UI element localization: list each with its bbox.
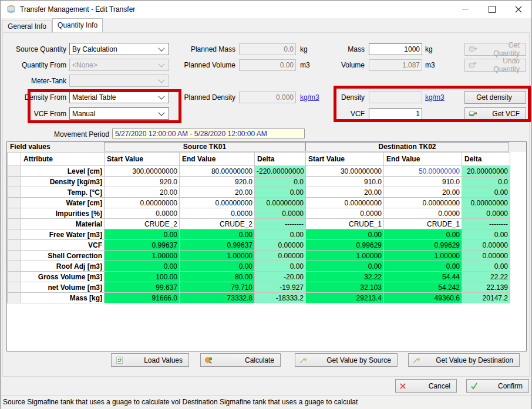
quantity-from-select[interactable]: <None> bbox=[69, 59, 169, 71]
column-header-source-start[interactable]: Start Value bbox=[105, 153, 180, 166]
value-cell[interactable]: 49360.6 bbox=[384, 293, 462, 303]
value-cell[interactable]: 0.00 bbox=[306, 261, 384, 272]
row-header[interactable] bbox=[8, 293, 21, 303]
value-cell[interactable]: 73332.8 bbox=[180, 293, 255, 303]
row-header[interactable] bbox=[8, 219, 21, 229]
value-cell[interactable]: 20.00 bbox=[180, 187, 255, 198]
value-cell[interactable]: 0.00000 bbox=[255, 251, 306, 261]
row-header[interactable] bbox=[8, 282, 21, 293]
value-cell[interactable]: 0.00 bbox=[462, 187, 510, 198]
value-cell[interactable]: 30.00000000 bbox=[306, 166, 384, 177]
maximize-button[interactable] bbox=[479, 1, 505, 18]
vcf-input[interactable] bbox=[369, 108, 422, 120]
value-cell[interactable]: 0.0000 bbox=[462, 208, 510, 219]
value-cell[interactable]: 0.00000000 bbox=[105, 198, 180, 208]
value-cell[interactable]: 0.00 bbox=[255, 229, 306, 240]
row-header[interactable] bbox=[8, 261, 21, 272]
value-cell[interactable]: 0.00000 bbox=[255, 240, 306, 251]
value-cell[interactable]: 0.99629 bbox=[306, 240, 384, 251]
column-header-dest-start[interactable]: Start Value bbox=[306, 153, 384, 166]
value-cell[interactable]: 0.0000 bbox=[255, 208, 306, 219]
value-cell[interactable]: 1.00000 bbox=[180, 251, 255, 261]
row-header[interactable] bbox=[8, 240, 21, 251]
value-cell[interactable]: 22.139 bbox=[462, 282, 510, 293]
column-header-source-end[interactable]: End Value bbox=[180, 153, 255, 166]
value-cell[interactable]: CRUDE_1 bbox=[384, 219, 462, 229]
tab-general-info[interactable]: General Info bbox=[2, 20, 52, 32]
value-cell[interactable]: 0.00 bbox=[180, 261, 255, 272]
get-vcf-button[interactable]: Get VCF bbox=[464, 107, 526, 120]
value-cell[interactable]: 0.00 bbox=[255, 187, 306, 198]
value-cell[interactable]: 0.00 bbox=[384, 229, 462, 240]
density-input[interactable] bbox=[369, 92, 422, 103]
row-header[interactable] bbox=[8, 272, 21, 282]
get-value-by-destination-button[interactable]: Get Value by Destination bbox=[408, 353, 520, 367]
column-header-source-delta[interactable]: Delta bbox=[255, 153, 306, 166]
value-cell[interactable]: 0.00000000 bbox=[306, 198, 384, 208]
value-cell[interactable]: 920.0 bbox=[180, 177, 255, 187]
value-cell[interactable]: -------- bbox=[255, 219, 306, 229]
row-header[interactable] bbox=[8, 198, 21, 208]
meter-tank-select[interactable] bbox=[69, 75, 169, 87]
row-header[interactable] bbox=[8, 229, 21, 240]
mass-input[interactable] bbox=[369, 43, 422, 55]
density-from-select[interactable]: Material Table bbox=[69, 91, 169, 103]
value-cell[interactable]: 80.00000000 bbox=[180, 166, 255, 177]
value-cell[interactable]: 0.0 bbox=[255, 177, 306, 187]
planned-volume-input[interactable] bbox=[239, 59, 296, 71]
vcf-from-select[interactable]: Manual bbox=[69, 107, 169, 120]
value-cell[interactable]: 0.00 bbox=[384, 261, 462, 272]
row-header[interactable] bbox=[8, 251, 21, 261]
source-quantity-select[interactable]: By Calculation bbox=[69, 43, 169, 55]
value-cell[interactable]: -18333.2 bbox=[255, 293, 306, 303]
column-header-attribute[interactable]: Attribute bbox=[21, 153, 105, 166]
row-header[interactable] bbox=[8, 187, 21, 198]
value-cell[interactable]: CRUDE_2 bbox=[180, 219, 255, 229]
value-cell[interactable]: 910.0 bbox=[306, 177, 384, 187]
confirm-button[interactable]: Confirm bbox=[466, 379, 529, 393]
value-cell[interactable]: 0.00 bbox=[105, 261, 180, 272]
value-cell[interactable]: 0.00000000 bbox=[462, 198, 510, 208]
value-cell[interactable]: 20.00 bbox=[306, 187, 384, 198]
column-header-dest-delta[interactable]: Delta bbox=[462, 153, 510, 166]
get-density-button[interactable]: Get density bbox=[464, 91, 526, 104]
value-cell[interactable]: -20.00 bbox=[255, 272, 306, 282]
row-header[interactable] bbox=[8, 166, 21, 177]
get-value-by-source-button[interactable]: Get Value by Source bbox=[295, 353, 398, 367]
value-cell[interactable]: 0.0000 bbox=[180, 208, 255, 219]
value-cell[interactable]: 32.22 bbox=[306, 272, 384, 282]
value-cell[interactable]: 300.00000000 bbox=[105, 166, 180, 177]
value-cell[interactable]: -------- bbox=[462, 219, 510, 229]
value-cell[interactable]: 0.00 bbox=[180, 229, 255, 240]
value-cell[interactable]: 54.242 bbox=[384, 282, 462, 293]
value-cell[interactable]: 22.22 bbox=[462, 272, 510, 282]
value-cell[interactable]: 0.99637 bbox=[180, 240, 255, 251]
value-cell[interactable]: 100.00 bbox=[105, 272, 180, 282]
value-cell[interactable]: 0.99637 bbox=[105, 240, 180, 251]
tab-quantity-info[interactable]: Quantity Info bbox=[52, 18, 103, 32]
row-header[interactable] bbox=[8, 208, 21, 219]
cancel-button[interactable]: Cancel bbox=[395, 379, 457, 393]
value-cell[interactable]: 91666.0 bbox=[105, 293, 180, 303]
value-cell[interactable]: 0.00000000 bbox=[255, 198, 306, 208]
density-unit-link[interactable]: kg/m3 bbox=[425, 93, 445, 102]
column-header-dest-end[interactable]: End Value bbox=[384, 153, 462, 166]
value-cell[interactable]: 920.0 bbox=[105, 177, 180, 187]
value-cell[interactable]: 1.00000 bbox=[306, 251, 384, 261]
value-cell[interactable]: 54.44 bbox=[384, 272, 462, 282]
value-cell[interactable]: 29213.4 bbox=[306, 293, 384, 303]
value-cell[interactable]: 20.00 bbox=[105, 187, 180, 198]
calculate-button[interactable]: Calculate bbox=[200, 353, 281, 367]
value-cell[interactable]: 0.00000000 bbox=[180, 198, 255, 208]
value-cell[interactable]: 1.00000 bbox=[105, 251, 180, 261]
value-cell[interactable]: 0.99629 bbox=[384, 240, 462, 251]
load-values-button[interactable]: Load Values bbox=[111, 353, 189, 367]
value-cell[interactable]: 20.00 bbox=[384, 187, 462, 198]
value-cell[interactable]: 0.00000000 bbox=[384, 198, 462, 208]
value-cell[interactable]: 20147.2 bbox=[462, 293, 510, 303]
get-quantity-button[interactable]: Get Quantity bbox=[464, 43, 526, 56]
planned-mass-input[interactable] bbox=[239, 43, 296, 55]
value-cell[interactable]: 0.0000 bbox=[105, 208, 180, 219]
value-cell[interactable]: 0.00000 bbox=[462, 251, 510, 261]
planned-density-unit-link[interactable]: kg/m3 bbox=[300, 93, 319, 102]
